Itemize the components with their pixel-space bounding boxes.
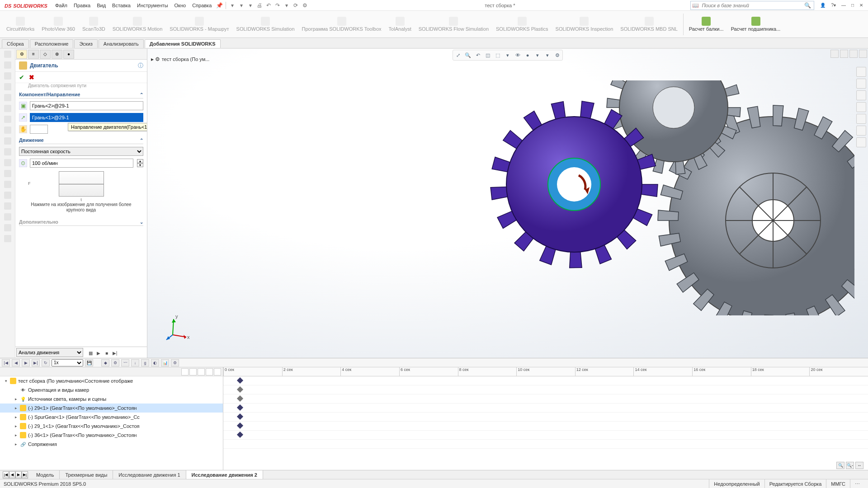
close-icon[interactable]: ✕ (858, 3, 864, 8)
speed-spinner[interactable]: ▲▼ (137, 159, 143, 167)
tab-nav-prev[interactable]: ◀ (9, 471, 15, 479)
keyframe[interactable] (237, 404, 243, 411)
mt-save-icon[interactable]: 💾 (85, 359, 93, 366)
menu-help[interactable]: Справка (189, 0, 215, 10)
cmd-bearing-calc[interactable]: Расчет подшипника... (727, 11, 784, 38)
tab-assembly[interactable]: Сборка (2, 39, 29, 48)
tab-nav-first[interactable]: |◀ (3, 471, 9, 479)
keyframe[interactable] (237, 386, 243, 393)
cmd-toolbox[interactable]: Программа SOLIDWORKS Toolbox (298, 11, 385, 38)
tab-motion-2[interactable]: Исследование движения 2 (186, 470, 263, 479)
settings-icon[interactable]: ⚙ (553, 51, 561, 59)
tree-part-29-1[interactable]: ▸(-) 29_1<1> (GearTrax<<По умолчанию>_Со… (0, 422, 223, 431)
panel-tab-config[interactable]: ≡ (28, 50, 39, 59)
cmd-simulation[interactable]: SOLIDWORKS Simulation (233, 11, 298, 38)
cmd-motion[interactable]: SOLIDWORKS Motion (109, 11, 166, 38)
graphics-viewport[interactable]: ▸ ⚙ тест сборка (По ум... ⤢🔍 ↶◫ ⬚▾ 👁● ▾▾… (147, 49, 868, 358)
mt-opts-icon[interactable]: ⚙ (171, 359, 179, 366)
view-orient-icon[interactable]: ⬚ (494, 51, 502, 59)
tool-icon[interactable] (4, 72, 11, 80)
section-extra[interactable]: Дополнительно⌄ (19, 218, 143, 226)
section-motion[interactable]: Движение⌃ (19, 136, 143, 144)
tl-zoom-in-icon[interactable]: 🔍+ (836, 462, 844, 469)
search-icon[interactable]: 🔍 (802, 2, 814, 9)
relative-icon[interactable]: ✋ (19, 125, 27, 133)
keyframe[interactable] (237, 422, 243, 429)
tool-icon[interactable] (4, 224, 11, 231)
fwd-icon[interactable]: ▶| (112, 350, 118, 356)
filter-icon[interactable] (181, 368, 189, 375)
tree-part-spurgear[interactable]: ▸(-) SpurGear<1> (GearTrax<<По умолчанию… (0, 413, 223, 422)
tree-lights[interactable]: ▸💡Источники света, камеры и сцены (0, 394, 223, 404)
mt-gravity-icon[interactable]: g (141, 359, 149, 366)
cmd-circuitworks[interactable]: CircuitWorks (3, 11, 38, 38)
tab-model[interactable]: Модель (31, 470, 60, 479)
tl-zoom-out-icon[interactable]: 🔍- (846, 462, 854, 469)
speed-input[interactable] (30, 159, 133, 168)
play-icon[interactable]: ▶ (95, 350, 102, 356)
calc-icon[interactable]: ▦ (87, 350, 94, 356)
pin-icon[interactable]: 📌 (216, 2, 222, 9)
options-icon[interactable]: ⚙ (302, 2, 308, 9)
tp-view-icon[interactable] (856, 102, 866, 112)
mt-loop-icon[interactable]: ↻ (42, 359, 50, 366)
menu-edit[interactable]: Правка (71, 0, 94, 10)
status-units[interactable]: ММГС (826, 479, 850, 488)
print-icon[interactable]: 🖨 (256, 2, 263, 9)
tp-custom-icon[interactable] (856, 126, 866, 136)
cmd-beam-calc[interactable]: Расчет балки... (685, 11, 727, 38)
mt-contact-icon[interactable]: ◐ (151, 359, 159, 366)
tool-icon[interactable] (4, 51, 11, 58)
tree-orientation[interactable]: 👁Ориентация и виды камер (0, 385, 223, 394)
tool-icon[interactable] (4, 105, 11, 112)
save-icon[interactable]: ▾ (247, 2, 254, 9)
tab-addins[interactable]: Добавления SOLIDWORKS (145, 39, 221, 48)
cmd-tolanalyst[interactable]: TolAnalyst (385, 11, 415, 38)
tool-icon[interactable] (4, 137, 11, 145)
mt-end-icon[interactable]: ▶| (32, 359, 40, 366)
tp-library-icon[interactable] (856, 79, 866, 89)
menu-tools[interactable]: Инструменты (134, 0, 171, 10)
tool-icon[interactable] (4, 127, 11, 134)
redo-icon[interactable]: ↷ (274, 2, 281, 9)
open-icon[interactable]: ▾ (238, 2, 245, 9)
motion-graph-thumb[interactable] (59, 171, 104, 197)
tree-root[interactable]: ▾тест сборка (По умолчанию<Состояние ото… (0, 376, 223, 385)
mt-key-icon[interactable]: ◆ (101, 359, 109, 366)
tool-icon[interactable] (4, 235, 11, 242)
tab-layout[interactable]: Расположение (30, 39, 74, 48)
mt-rev-icon[interactable]: ◀ (12, 359, 20, 366)
orientation-triad[interactable]: yx (164, 314, 191, 342)
accept-button[interactable]: ✔ (19, 74, 24, 81)
tool-icon[interactable] (4, 94, 11, 101)
appearance-icon[interactable]: ● (524, 51, 532, 59)
tab-motion-1[interactable]: Исследование движения 1 (113, 470, 186, 479)
panel-tab-display[interactable]: ◇ (40, 50, 51, 59)
menu-window[interactable]: Окно (171, 0, 189, 10)
direction-icon[interactable]: ↗ (19, 113, 27, 122)
status-extra[interactable]: ⋯ (850, 479, 864, 488)
render-icon[interactable]: ▾ (543, 51, 552, 59)
tree-part-36[interactable]: ▸(-) 36<1> (GearTrax<<По умолчанию>_Сост… (0, 431, 223, 440)
keyframe[interactable] (237, 377, 243, 384)
cmd-mbd[interactable]: SOLIDWORKS MBD SNL (617, 11, 681, 38)
vp-max-icon[interactable] (840, 50, 848, 58)
direction-face-input[interactable] (30, 113, 143, 122)
zoom-fit-icon[interactable]: ⤢ (454, 51, 462, 59)
tab-analyze[interactable]: Анализировать (99, 39, 144, 48)
cmd-photoview[interactable]: PhotoView 360 (38, 11, 79, 38)
tool-icon[interactable] (4, 83, 11, 90)
tab-nav-last[interactable]: ▶| (22, 471, 28, 479)
tool-icon[interactable] (4, 181, 11, 188)
panel-tab-center[interactable]: ⊕ (52, 50, 62, 59)
vp-split-icon[interactable] (830, 50, 839, 58)
tp-forum-icon[interactable] (856, 137, 866, 147)
relative-input[interactable] (30, 125, 48, 134)
menu-view[interactable]: Вид (94, 0, 109, 10)
panel-tab-feature[interactable]: ⚙ (16, 50, 27, 59)
tree-mates[interactable]: ▸🔗Сопряжения (0, 440, 223, 449)
menu-insert[interactable]: Вставка (109, 0, 134, 10)
search-box[interactable]: 📖 🔍 (690, 1, 814, 10)
playback-speed[interactable]: 1x (52, 359, 83, 366)
cmd-scanto3d[interactable]: ScanTo3D (79, 11, 109, 38)
